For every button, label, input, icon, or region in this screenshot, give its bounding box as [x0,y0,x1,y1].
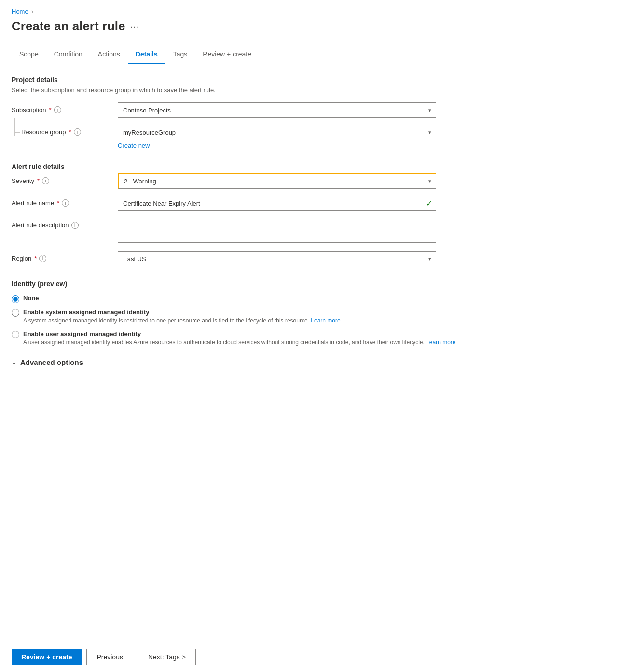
subscription-select[interactable]: Contoso Projects [118,102,436,118]
identity-none-radio[interactable] [12,295,19,303]
breadcrumb-home-link[interactable]: Home [12,8,28,15]
resource-group-label: Resource group * i [12,125,118,136]
resource-group-control: myResourceGroup ▾ Create new [118,125,436,149]
resource-group-info-icon[interactable]: i [74,128,81,136]
tab-tags[interactable]: Tags [165,45,195,64]
alert-rule-name-row: Alert rule name * i Certificate Near Exp… [12,196,621,211]
resource-group-required: * [69,128,71,136]
tab-condition[interactable]: Condition [46,45,90,64]
severity-control: 2 - Warning ▾ [118,173,436,189]
subscription-row: Subscription * i Contoso Projects ▾ [12,102,621,118]
footer: Review + create Previous Next: Tags > [0,642,633,672]
alert-rule-name-info-icon[interactable]: i [62,199,69,207]
region-label: Region * i [12,251,118,262]
region-select[interactable]: East US [118,251,436,266]
identity-user-learn-more-link[interactable]: Learn more [426,339,455,346]
identity-user-label[interactable]: Enable user assigned managed identity [23,330,141,337]
identity-title: Identity (preview) [12,280,621,288]
project-details-title: Project details [12,76,621,84]
identity-user-option: Enable user assigned managed identity A … [12,330,621,347]
identity-user-radio[interactable] [12,331,19,338]
identity-none-label[interactable]: None [23,294,39,302]
tabs-row: Scope Condition Actions Details Tags Rev… [12,45,621,64]
resource-group-select[interactable]: myResourceGroup [118,125,436,140]
alert-rule-details-section: Alert rule details Severity * i 2 - Warn… [12,163,621,266]
region-control: East US ▾ [118,251,436,266]
region-row: Region * i East US ▾ [12,251,621,266]
advanced-options-chevron-icon: ⌄ [12,359,16,365]
review-create-button[interactable]: Review + create [12,649,82,665]
page-title: Create an alert rule [12,19,125,34]
identity-system-learn-more-link[interactable]: Learn more [311,317,340,324]
alert-rule-name-label: Alert rule name * i [12,196,118,207]
tab-review-create[interactable]: Review + create [195,45,259,64]
subscription-info-icon[interactable]: i [54,106,61,113]
subscription-label: Subscription * i [12,102,118,113]
alert-rule-description-textarea[interactable] [118,218,436,243]
advanced-options-label: Advanced options [20,358,83,366]
identity-none-option: None [12,294,621,303]
identity-system-option: Enable system assigned managed identity … [12,308,621,325]
subscription-control: Contoso Projects ▾ [118,102,436,118]
alert-rule-name-input[interactable]: Certificate Near Expiry Alert [118,196,436,211]
resource-group-row: Resource group * i myResourceGroup ▾ Cre… [12,125,621,149]
breadcrumb: Home › [12,8,621,15]
region-required: * [34,255,37,262]
alert-rule-description-control [118,218,436,244]
alert-rule-name-control: Certificate Near Expiry Alert ✓ [118,196,436,211]
severity-info-icon[interactable]: i [42,177,49,184]
region-info-icon[interactable]: i [39,255,46,262]
identity-section: Identity (preview) None Enable system as… [12,280,621,347]
tab-details[interactable]: Details [128,45,165,64]
identity-system-description: A system assigned managed identity is re… [23,317,341,325]
severity-select[interactable]: 2 - Warning [118,173,436,189]
previous-button[interactable]: Previous [86,649,133,665]
subscription-required: * [49,106,52,113]
alert-rule-description-label: Alert rule description i [12,218,118,229]
breadcrumb-chevron: › [31,8,33,15]
project-details-section: Project details Select the subscription … [12,76,621,149]
alert-rule-description-info-icon[interactable]: i [71,222,79,229]
alert-rule-name-valid-icon: ✓ [426,199,432,208]
project-details-subtitle: Select the subscription and resource gro… [12,86,621,94]
advanced-options-toggle[interactable]: ⌄ Advanced options [12,358,621,366]
severity-row: Severity * i 2 - Warning ▾ [12,173,621,189]
tab-actions[interactable]: Actions [90,45,128,64]
alert-rule-details-title: Alert rule details [12,163,621,170]
alert-rule-description-row: Alert rule description i [12,218,621,244]
severity-label: Severity * i [12,173,118,184]
create-new-link[interactable]: Create new [118,142,150,149]
identity-system-label[interactable]: Enable system assigned managed identity [23,308,150,316]
page-title-menu-icon[interactable]: ··· [130,21,140,32]
identity-user-description: A user assigned managed identity enables… [23,338,456,347]
severity-required: * [37,177,40,184]
identity-system-radio[interactable] [12,309,19,317]
next-tags-button[interactable]: Next: Tags > [138,649,196,665]
tab-scope[interactable]: Scope [12,45,46,64]
alert-rule-name-required: * [57,199,59,207]
